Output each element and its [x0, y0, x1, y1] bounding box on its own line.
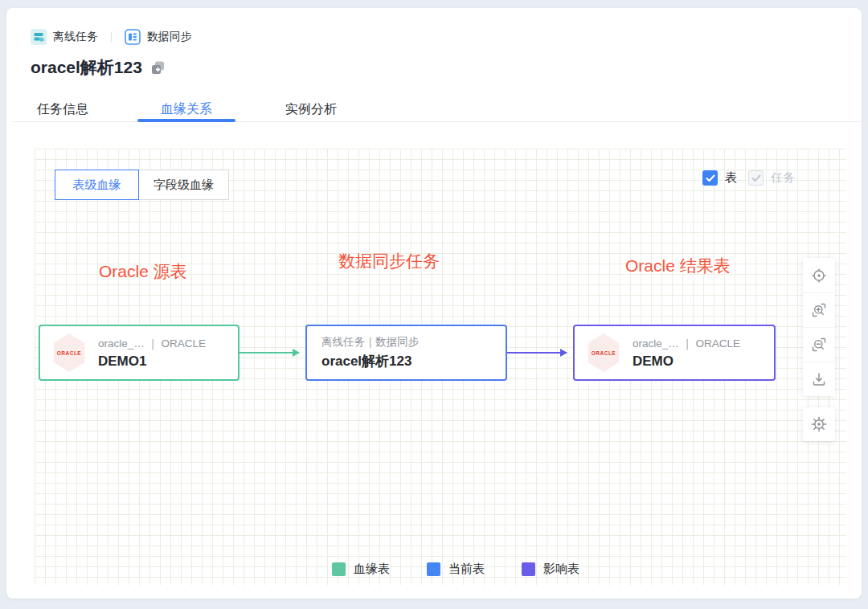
filter-table-label: 表	[725, 170, 737, 186]
legend-swatch-blue	[427, 562, 440, 576]
tab-instance-analysis[interactable]: 实例分析	[262, 101, 360, 118]
node-subtitle: oracle_… ｜ ORACLE	[633, 337, 740, 351]
oracle-logo-icon: ORACLE	[51, 333, 87, 372]
zoom-out-area-icon	[811, 337, 827, 353]
legend-label: 血缘表	[354, 562, 390, 577]
edge-source-to-task	[240, 352, 299, 354]
table-checkbox[interactable]	[702, 170, 718, 186]
settings-button[interactable]	[803, 407, 835, 441]
legend-impact-table: 影响表	[522, 562, 579, 577]
page-title: oracel解析123	[31, 56, 142, 79]
filter-task: 任务	[748, 170, 795, 186]
node-name: DEMO	[633, 354, 740, 370]
node-texts: oracle_… ｜ ORACLE DEMO1	[98, 337, 206, 370]
filter-table[interactable]: 表	[702, 170, 737, 186]
content-card: 离线任务 ｜ 数据同步 oracel解析123	[6, 8, 862, 599]
edge-line	[240, 352, 299, 354]
locate-button[interactable]	[803, 258, 835, 292]
tab-task-info[interactable]: 任务信息	[37, 101, 88, 118]
legend-label: 影响表	[543, 562, 579, 577]
annotation-oracle-source: Oracle 源表	[99, 260, 187, 283]
zoom-out-button[interactable]	[803, 327, 835, 362]
arrowhead-icon	[560, 349, 567, 357]
field-level-button[interactable]: 字段级血缘	[139, 170, 229, 200]
annotation-oracle-result: Oracle 结果表	[625, 255, 731, 277]
breadcrumb-separator: ｜	[106, 30, 117, 44]
breadcrumb-data-sync-label[interactable]: 数据同步	[147, 30, 192, 44]
offline-task-icon	[31, 29, 47, 45]
annotation-sync-task: 数据同步任务	[338, 250, 440, 272]
node-sync-task[interactable]: 离线任务｜数据同步 oracel解析123	[305, 325, 507, 381]
copy-icon[interactable]	[150, 60, 166, 76]
legend-lineage-table: 血缘表	[332, 562, 390, 577]
node-subtitle: 离线任务｜数据同步	[321, 335, 419, 349]
task-checkbox-disabled	[748, 170, 764, 186]
oracle-logo-text: ORACLE	[592, 350, 616, 356]
node-name: oracel解析123	[321, 352, 419, 370]
lineage-level-toggle: 表级血缘 字段级血缘	[55, 170, 229, 200]
edge-line	[507, 352, 567, 354]
oracle-logo-icon: ORACLE	[586, 333, 621, 372]
node-texts: 离线任务｜数据同步 oracel解析123	[321, 335, 419, 370]
zoom-in-area-icon	[811, 302, 827, 318]
arrowhead-icon	[293, 349, 300, 357]
node-type-filters: 表 任务	[702, 170, 795, 186]
oracle-logo-text: ORACLE	[57, 350, 81, 356]
legend-swatch-green	[332, 562, 346, 576]
settings-helm-icon	[810, 415, 828, 433]
canvas-toolbar	[803, 258, 835, 396]
node-subtitle: oracle_… ｜ ORACLE	[98, 337, 206, 351]
tab-lineage[interactable]: 血缘关系	[137, 101, 235, 118]
active-tab-underline	[137, 119, 235, 122]
legend-label: 当前表	[448, 562, 485, 577]
legend-current-table: 当前表	[427, 562, 485, 577]
data-sync-icon	[125, 29, 141, 45]
title-row: oracel解析123	[31, 56, 166, 79]
locate-icon	[811, 268, 827, 284]
zoom-in-button[interactable]	[803, 292, 835, 327]
breadcrumb: 离线任务 ｜ 数据同步	[31, 29, 192, 45]
node-name: DEMO1	[98, 354, 206, 370]
table-level-button[interactable]: 表级血缘	[55, 170, 139, 200]
download-button[interactable]	[803, 362, 835, 396]
node-result-table[interactable]: ORACLE oracle_… ｜ ORACLE DEMO	[573, 325, 776, 381]
lineage-canvas[interactable]: 表级血缘 字段级血缘 表 任务 Oracle	[35, 149, 846, 585]
legend-swatch-purple	[522, 562, 535, 576]
breadcrumb-offline-task-label[interactable]: 离线任务	[53, 30, 98, 44]
page-root: 离线任务 ｜ 数据同步 oracel解析123	[0, 0, 868, 609]
filter-task-label: 任务	[771, 170, 795, 186]
lineage-legend: 血缘表 当前表 影响表	[332, 562, 579, 577]
node-texts: oracle_… ｜ ORACLE DEMO	[633, 337, 740, 370]
edge-task-to-result	[507, 352, 567, 354]
node-source-table[interactable]: ORACLE oracle_… ｜ ORACLE DEMO1	[39, 325, 240, 381]
download-icon	[811, 371, 827, 387]
